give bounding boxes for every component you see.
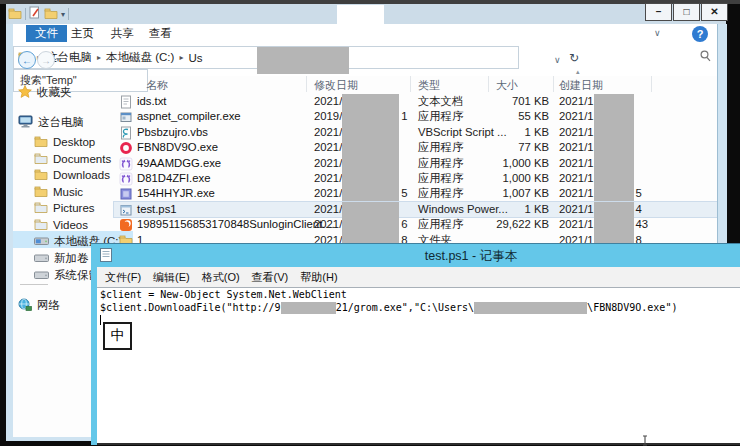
- ime-indicator[interactable]: 中: [103, 322, 132, 350]
- computer-icon: [18, 115, 33, 130]
- sidebar-item-[interactable]: 网络: [18, 297, 60, 313]
- search-icon[interactable]: [700, 50, 711, 64]
- address-redaction-box: [257, 47, 349, 74]
- file-size: 1,007 KB: [444, 186, 549, 201]
- ribbon-tab-share[interactable]: 共享: [102, 25, 143, 42]
- file-name: ids.txt: [137, 94, 167, 109]
- file-row[interactable]: 154HHYJR.exe2021/5应用程序1,007 KB2021/15: [114, 186, 722, 201]
- sidebar-item-videos[interactable]: Videos: [34, 217, 88, 233]
- menu-edit[interactable]: 编辑(E): [147, 270, 196, 285]
- sidebar-item-music[interactable]: Music: [34, 184, 83, 200]
- ribbon-expand-icon[interactable]: ∨: [654, 28, 661, 38]
- file-created-date: 2021/1: [559, 156, 636, 171]
- file-modified-date: 2021/5: [314, 186, 408, 201]
- file-modified-date: 2021/: [314, 156, 401, 171]
- text-caret: [100, 315, 101, 325]
- menu-help[interactable]: 帮助(H): [294, 270, 343, 285]
- notepad-titlebar[interactable]: test.ps1 - 记事本: [91, 244, 740, 267]
- sidebar-item-documents[interactable]: Documents: [34, 151, 111, 167]
- breadcrumb-separator-icon: ▸: [179, 53, 183, 62]
- date-redaction-box: [594, 217, 634, 232]
- file-name: FBN8DV9O.exe: [137, 140, 218, 155]
- file-row[interactable]: FBN8DV9O.exe2021/应用程序77 KB2021/1: [114, 140, 722, 155]
- sidebar-item-label: 收藏夹: [37, 85, 72, 100]
- qat-newfolder-icon[interactable]: [44, 5, 58, 23]
- file-name: test.ps1: [137, 202, 177, 217]
- file-created-date: 2021/1: [559, 109, 636, 124]
- notepad-window: test.ps1 - 记事本 文件(F)编辑(E)格式(O)查看(V)帮助(H)…: [91, 243, 740, 445]
- back-button[interactable]: ←: [18, 51, 36, 69]
- file-name: 49AAMDGG.exe: [137, 156, 221, 171]
- date-redaction-box: [594, 202, 634, 217]
- date-redaction-box: [342, 94, 399, 109]
- sidebar-item-[interactable]: 这台电脑: [18, 114, 84, 130]
- maximize-button[interactable]: □: [673, 3, 700, 21]
- column-divider[interactable]: [306, 76, 307, 92]
- file-name: aspnet_compiler.exe: [137, 109, 241, 124]
- purple-hands-icon: [119, 157, 133, 172]
- file-row[interactable]: D81D4ZFI.exe2021/应用程序1,000 KB2021/1: [114, 171, 722, 186]
- file-size: 55 KB: [444, 109, 549, 124]
- sidebar-item-[interactable]: 收藏夹: [18, 84, 72, 100]
- sidebar-item-desktop[interactable]: Desktop: [34, 134, 95, 150]
- quick-access-toolbar: ▾: [8, 6, 69, 22]
- menu-view[interactable]: 查看(V): [246, 270, 295, 285]
- file-modified-date: 2019/1: [314, 109, 408, 124]
- star-icon: [18, 85, 32, 100]
- breadcrumb-item[interactable]: Us: [188, 52, 202, 64]
- column-header[interactable]: 名称: [146, 78, 168, 93]
- date-redaction-box: [342, 125, 399, 140]
- column-header[interactable]: 创建日期: [559, 78, 603, 93]
- help-button[interactable]: ?: [692, 26, 708, 42]
- column-divider[interactable]: [410, 76, 411, 92]
- red-ring-icon: [119, 141, 133, 156]
- menu-format[interactable]: 格式(O): [196, 270, 246, 285]
- app-icon: [119, 110, 133, 125]
- close-button[interactable]: ✕: [701, 3, 728, 21]
- file-row[interactable]: Pbsbzujro.vbs2021/VBScript Script ...1 K…: [114, 125, 722, 140]
- ribbon-tab-view[interactable]: 查看: [140, 25, 181, 42]
- file-modified-date: 2021/: [314, 94, 401, 109]
- history-dropdown-icon[interactable]: ▾: [56, 55, 60, 64]
- sidebar-item-pictures[interactable]: Pictures: [34, 200, 95, 216]
- file-list: ids.txt2021/文本文档701 KB2021/1aspnet_compi…: [114, 94, 722, 248]
- explorer-titlebar[interactable]: ▾ –□✕: [6, 4, 726, 24]
- explorer-left-border: [6, 24, 13, 441]
- ribbon-tab-home[interactable]: 主页: [62, 25, 103, 42]
- notepad-editor[interactable]: $client = New-Object System.Net.WebClien…: [97, 288, 740, 444]
- menu-file[interactable]: 文件(F): [99, 270, 147, 285]
- up-button[interactable]: ↑: [69, 51, 75, 65]
- column-header[interactable]: 修改日期: [314, 78, 358, 93]
- file-created-date: 2021/15: [559, 186, 642, 201]
- file-name: D81D4ZFI.exe: [137, 171, 210, 186]
- qat-dropdown-icon[interactable]: ▾: [61, 10, 65, 19]
- file-row[interactable]: aspnet_compiler.exe2019/1应用程序55 KB2021/1: [114, 109, 722, 124]
- file-row[interactable]: 198951156853170848SunloginClient....2021…: [114, 217, 722, 232]
- minimize-button[interactable]: –: [645, 3, 672, 21]
- column-divider[interactable]: [488, 76, 489, 92]
- address-dropdown-icon[interactable]: ∨: [554, 55, 561, 65]
- network-icon: [18, 298, 32, 313]
- date-redaction-box: [594, 94, 634, 109]
- date-redaction-box: [594, 156, 634, 171]
- refresh-icon[interactable]: ↻: [569, 51, 579, 65]
- column-divider[interactable]: [553, 76, 554, 92]
- file-row[interactable]: ids.txt2021/文本文档701 KB2021/1: [114, 94, 722, 109]
- forward-button[interactable]: →: [37, 51, 55, 69]
- sidebar-item-label: Documents: [53, 153, 111, 165]
- ribbon-tab-file[interactable]: 文件: [26, 25, 67, 42]
- sidebar-item-downloads[interactable]: Downloads: [34, 167, 110, 183]
- text-file-icon: [119, 95, 133, 110]
- column-header[interactable]: 大小: [496, 78, 518, 93]
- breadcrumb-item[interactable]: 本地磁盘 (C:): [106, 50, 174, 65]
- drive-icon: [34, 269, 49, 282]
- column-divider[interactable]: [651, 76, 652, 92]
- date-redaction-box: [342, 202, 399, 217]
- qat-properties-icon[interactable]: [29, 5, 41, 23]
- column-header[interactable]: 类型: [418, 78, 440, 93]
- file-size: 29,622 KB: [444, 217, 549, 232]
- file-row[interactable]: 49AAMDGG.exe2021/应用程序1,000 KB2021/1: [114, 156, 722, 171]
- file-modified-date: 2021/: [314, 140, 401, 155]
- file-row[interactable]: test.ps12021/Windows Power...1 KB2021/14: [114, 202, 722, 217]
- folder-yellow-icon: [34, 185, 48, 199]
